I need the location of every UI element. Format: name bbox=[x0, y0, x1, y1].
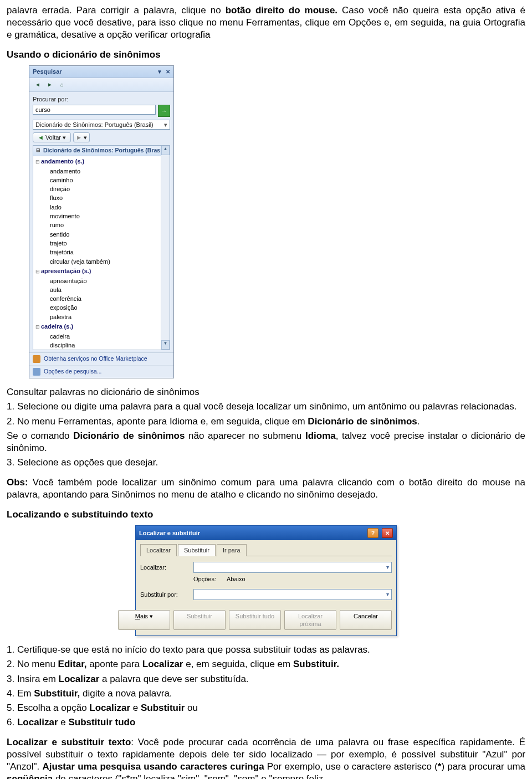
s2pf: ) para procurar uma bbox=[441, 761, 525, 772]
scrollbar[interactable]: ▲ ▼ bbox=[161, 146, 170, 350]
sec1-li2ex-c: não aparecer no submenu bbox=[185, 430, 305, 441]
sec1-li3: 3. Selecione as opções que desejar. bbox=[7, 457, 525, 469]
result-group-head[interactable]: cadeira (s.) bbox=[33, 321, 170, 332]
home-icon[interactable]: ⌂ bbox=[57, 80, 67, 90]
s2l4a: 4. Em bbox=[7, 688, 34, 699]
sec1-li2ex-a: Se o comando bbox=[7, 430, 73, 441]
s2ph: de caracteres ("s*m" localiza "sim", "se… bbox=[53, 773, 323, 779]
s2l3c: a palavra que deve ser substituída. bbox=[99, 674, 248, 684]
result-item[interactable]: rumo bbox=[33, 221, 170, 229]
search-options-link[interactable]: Opções de pesquisa... bbox=[29, 365, 173, 378]
results-header-text: Dicionário de Sinônimos: Português (Bras… bbox=[43, 147, 166, 155]
sec2-li4: 4. Em Substituir, digite a nova palavra. bbox=[7, 688, 525, 700]
sec2-li5: 5. Escolha a opção Localizar e Substitui… bbox=[7, 702, 525, 714]
options-label: Opções: bbox=[193, 575, 216, 583]
replace-input[interactable] bbox=[193, 589, 392, 600]
result-item[interactable]: sentido bbox=[33, 230, 170, 239]
section2-heading: Localizando e substituindo texto bbox=[7, 509, 525, 521]
marketplace-text: Obtenha serviços no Office Marketplace bbox=[44, 355, 147, 363]
after-panel-text: Consultar palavras no dicionário de sinô… bbox=[7, 386, 525, 398]
result-item[interactable]: disciplina bbox=[33, 341, 170, 350]
fwd-dropdown-icon[interactable]: ▾ bbox=[84, 134, 87, 141]
replace-label: Substituir por: bbox=[140, 591, 189, 598]
s2l6d: Substituir tudo bbox=[69, 717, 136, 727]
sec1-li2-a: 2. No menu Ferramentas, aponte para Idio… bbox=[7, 416, 308, 427]
result-item[interactable]: cadeira bbox=[33, 332, 170, 341]
scroll-down-icon[interactable]: ▼ bbox=[161, 340, 170, 350]
dropdown-icon[interactable]: ▼ bbox=[157, 68, 162, 75]
results-header[interactable]: ⊟ Dicionário de Sinônimos: Português (Br… bbox=[33, 146, 170, 156]
more-button[interactable]: Mais ▾ bbox=[118, 610, 170, 631]
options-icon bbox=[33, 368, 40, 376]
marketplace-link[interactable]: Obtenha serviços no Office Marketplace bbox=[29, 353, 173, 365]
sec2-li3: 3. Insira em Localizar a palavra que dev… bbox=[7, 673, 525, 685]
intro-text-1: palavra errada. Para corrigir a palavra,… bbox=[7, 5, 226, 16]
result-item[interactable]: trajetória bbox=[33, 248, 170, 257]
s2l2a: 2. No menu bbox=[7, 659, 58, 669]
result-item[interactable]: fluxo bbox=[33, 193, 170, 202]
dialog-tab[interactable]: Ir para bbox=[217, 544, 247, 556]
result-item[interactable]: andamento bbox=[33, 167, 170, 176]
result-item[interactable]: movimento bbox=[33, 212, 170, 221]
result-item[interactable]: caminho bbox=[33, 176, 170, 184]
obs-label: Obs: bbox=[7, 477, 28, 488]
close-button[interactable]: ✕ bbox=[382, 528, 393, 538]
result-item[interactable]: direção bbox=[33, 184, 170, 193]
sec2-li2: 2. No menu Editar, aponte para Localizar… bbox=[7, 658, 525, 670]
find-next-button[interactable]: Localizar próxima bbox=[284, 610, 336, 631]
result-item[interactable]: circular (veja também) bbox=[33, 257, 170, 266]
collapse-icon[interactable]: ⊟ bbox=[35, 147, 41, 154]
search-input[interactable] bbox=[33, 105, 156, 115]
result-item[interactable]: aula bbox=[33, 285, 170, 294]
dialog-titlebar: Localizar e substituir ? ✕ bbox=[136, 526, 396, 540]
result-item[interactable]: lado bbox=[33, 203, 170, 212]
sec1-li2-c: . bbox=[417, 416, 420, 427]
obs-text: Você também pode localizar um sinônimo c… bbox=[7, 477, 525, 500]
find-replace-dialog: Localizar e substituir ? ✕ LocalizarSubs… bbox=[135, 525, 397, 636]
replace-label-text: Substituir por: bbox=[140, 591, 178, 598]
find-label: Localizar: bbox=[140, 563, 189, 571]
scroll-up-icon[interactable]: ▲ bbox=[161, 146, 170, 155]
s2l5c: e bbox=[130, 703, 141, 713]
dialog-tab[interactable]: Substituir bbox=[178, 544, 216, 556]
s2l5d: Substituir bbox=[141, 703, 185, 713]
sec1-li2ex-d: Idioma bbox=[305, 430, 336, 441]
more-rest: ais ▾ bbox=[140, 613, 153, 619]
result-item[interactable]: apresentação bbox=[33, 276, 170, 285]
replace-all-button[interactable]: Substituir tudo bbox=[229, 610, 281, 631]
result-item[interactable]: exposição bbox=[33, 303, 170, 312]
marketplace-icon bbox=[33, 355, 40, 363]
s2l2b: Editar, bbox=[58, 659, 87, 669]
sec1-li1: 1. Selecione ou digite uma palavra para … bbox=[7, 401, 525, 413]
result-group-head[interactable]: andamento (s.) bbox=[33, 156, 170, 167]
go-button[interactable]: → bbox=[158, 105, 170, 117]
back-icon[interactable]: ◄ bbox=[33, 80, 43, 90]
find-label-text: Localizar: bbox=[140, 564, 166, 571]
back-button[interactable]: ◄ Voltar ▾ bbox=[33, 132, 71, 142]
result-item[interactable]: trajeto bbox=[33, 239, 170, 248]
s2l4c: digite a nova palavra. bbox=[80, 688, 172, 699]
forward-icon[interactable]: ► bbox=[45, 80, 55, 90]
dialog-tabs: LocalizarSubstituirIr para bbox=[140, 544, 392, 556]
find-input[interactable] bbox=[193, 562, 392, 573]
dialog-tab[interactable]: Localizar bbox=[140, 544, 177, 556]
dialog-title: Localizar e substituir bbox=[139, 529, 200, 537]
s2l3b: Localizar bbox=[59, 674, 100, 684]
cancel-button[interactable]: Cancelar bbox=[340, 610, 392, 631]
forward-button[interactable]: ► ▾ bbox=[73, 132, 90, 142]
replace-button[interactable]: Substituir bbox=[173, 610, 226, 631]
back-dropdown-icon[interactable]: ▾ bbox=[63, 134, 66, 141]
back-arrow-icon: ◄ bbox=[38, 134, 44, 141]
section1-heading: Usando o dicionário de sinônimos bbox=[7, 49, 525, 61]
s2l2e: e, em seguida, clique em bbox=[183, 659, 293, 669]
close-icon[interactable]: ✕ bbox=[166, 68, 170, 75]
help-button[interactable]: ? bbox=[367, 528, 378, 538]
result-item[interactable]: conferência bbox=[33, 294, 170, 303]
result-group-head[interactable]: apresentação (s.) bbox=[33, 266, 170, 276]
search-options-text: Opções de pesquisa... bbox=[44, 368, 101, 376]
s2l6c: e bbox=[58, 717, 69, 727]
sec1-obs: Obs: Você também pode localizar um sinôn… bbox=[7, 476, 525, 501]
result-item[interactable]: palestra bbox=[33, 312, 170, 321]
dictionary-select[interactable]: Dicionário de Sinônimos: Português (Bras… bbox=[33, 120, 170, 130]
results-list: ⊟ Dicionário de Sinônimos: Português (Br… bbox=[33, 145, 170, 350]
